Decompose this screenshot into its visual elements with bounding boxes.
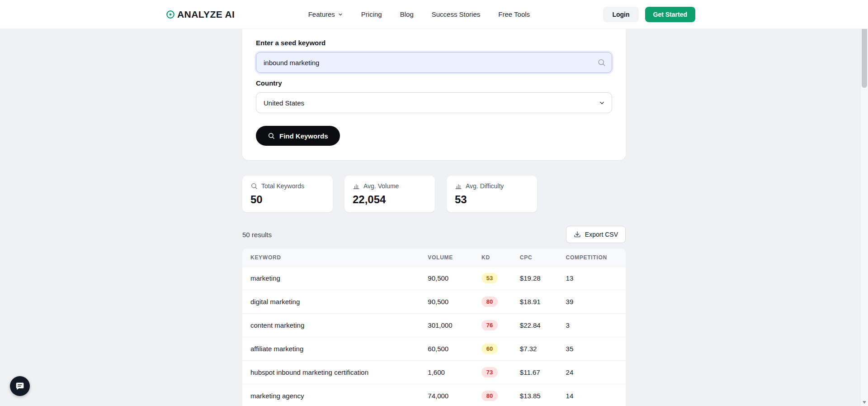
keyword-cell: hubspot inbound marketing certification (242, 361, 420, 384)
export-csv-button[interactable]: Export CSV (566, 226, 626, 243)
nav-links: Features Pricing Blog Success Stories Fr… (308, 10, 530, 18)
chevron-down-icon (338, 12, 343, 17)
results-count: 50 results (242, 231, 272, 239)
keyword-cell: affiliate marketing (242, 337, 420, 361)
table-row[interactable]: marketing agency 74,000 80 $13.85 14 (242, 384, 626, 406)
kd-badge: 53 (481, 273, 498, 283)
country-label: Country (256, 79, 612, 87)
volume-cell: 74,000 (420, 384, 474, 406)
keyword-search-panel: Enter a seed keyword Country United Stat… (242, 29, 626, 160)
logo[interactable]: ANALYZE AI (165, 9, 235, 20)
table-row[interactable]: marketing 90,500 53 $19.28 13 (242, 267, 626, 290)
search-icon (597, 58, 606, 67)
nav-actions: Login Get Started (603, 7, 695, 22)
column-header-kd: KD (474, 248, 513, 267)
competition-cell: 39 (559, 290, 626, 314)
logo-text: ANALYZE AI (177, 9, 235, 20)
table-row[interactable]: affiliate marketing 60,500 60 $7.32 35 (242, 337, 626, 361)
nav-link-pricing-label: Pricing (361, 10, 382, 18)
stat-label: Total Keywords (261, 182, 304, 190)
volume-cell: 301,000 (420, 314, 474, 337)
stat-card-avg-volume: Avg. Volume 22,054 (344, 176, 435, 212)
export-csv-label: Export CSV (585, 231, 618, 238)
stat-card-avg-difficulty: Avg. Difficulty 53 (447, 176, 537, 212)
cpc-cell: $18.91 (513, 290, 559, 314)
volume-cell: 1,600 (420, 361, 474, 384)
stats-row: Total Keywords 50 Avg. Volume 22,054 Avg… (242, 176, 626, 212)
search-icon (250, 182, 258, 190)
column-header-volume: VOLUME (420, 248, 474, 267)
keywords-table: KEYWORD VOLUME KD CPC COMPETITION market… (242, 248, 626, 406)
navbar: ANALYZE AI Features Pricing Blog Success… (0, 0, 868, 29)
scrollbar[interactable] (860, 0, 868, 406)
nav-link-success-stories-label: Success Stories (432, 10, 481, 18)
nav-link-blog-label: Blog (400, 10, 414, 18)
volume-cell: 90,500 (420, 267, 474, 290)
stat-value: 22,054 (353, 193, 427, 206)
search-icon (268, 132, 275, 139)
nav-link-features[interactable]: Features (308, 10, 343, 18)
chat-launcher-button[interactable] (10, 376, 30, 396)
table-header-row: KEYWORD VOLUME KD CPC COMPETITION (242, 248, 626, 267)
find-keywords-label: Find Keywords (279, 132, 328, 140)
results-bar: 50 results Export CSV (242, 226, 626, 243)
competition-cell: 3 (559, 314, 626, 337)
column-header-keyword: KEYWORD (242, 248, 420, 267)
competition-cell: 35 (559, 337, 626, 361)
seed-keyword-label: Enter a seed keyword (256, 39, 612, 47)
column-header-competition: COMPETITION (559, 248, 626, 267)
volume-cell: 60,500 (420, 337, 474, 361)
nav-link-success-stories[interactable]: Success Stories (432, 10, 481, 18)
stat-label: Avg. Volume (363, 182, 399, 190)
chevron-down-icon (599, 100, 605, 106)
cpc-cell: $11.67 (513, 361, 559, 384)
nav-link-free-tools-label: Free Tools (498, 10, 530, 18)
table-row[interactable]: digital marketing 90,500 80 $18.91 39 (242, 290, 626, 314)
bar-chart-icon (353, 182, 360, 190)
country-select[interactable]: United States (256, 92, 612, 113)
cpc-cell: $13.85 (513, 384, 559, 406)
nav-link-features-label: Features (308, 10, 335, 18)
stat-value: 50 (250, 193, 325, 206)
stat-label: Avg. Difficulty (466, 182, 504, 190)
kd-badge: 80 (481, 296, 498, 307)
nav-link-free-tools[interactable]: Free Tools (498, 10, 530, 18)
cpc-cell: $19.28 (513, 267, 559, 290)
table-row[interactable]: content marketing 301,000 76 $22.84 3 (242, 314, 626, 337)
scrollbar-down-button[interactable] (861, 398, 868, 406)
kd-badge: 60 (481, 344, 498, 354)
seed-keyword-input[interactable] (256, 52, 612, 73)
stat-card-total-keywords: Total Keywords 50 (242, 176, 333, 212)
keyword-cell: marketing agency (242, 384, 420, 406)
kd-badge: 76 (481, 320, 498, 330)
download-icon (574, 231, 581, 238)
keyword-cell: marketing (242, 267, 420, 290)
chat-icon (15, 382, 24, 391)
column-header-cpc: CPC (513, 248, 559, 267)
logo-icon (165, 10, 175, 19)
competition-cell: 13 (559, 267, 626, 290)
volume-cell: 90,500 (420, 290, 474, 314)
country-select-value: United States (264, 99, 304, 107)
find-keywords-button[interactable]: Find Keywords (256, 126, 340, 146)
scroll-down-icon (863, 401, 866, 404)
stat-value: 53 (455, 193, 529, 206)
kd-badge: 73 (481, 367, 498, 377)
kd-badge: 80 (481, 391, 498, 401)
keyword-cell: content marketing (242, 314, 420, 337)
cpc-cell: $22.84 (513, 314, 559, 337)
main-content: Enter a seed keyword Country United Stat… (242, 29, 626, 406)
bar-chart-icon (455, 182, 462, 190)
competition-cell: 14 (559, 384, 626, 406)
login-button[interactable]: Login (603, 7, 638, 22)
table-row[interactable]: hubspot inbound marketing certification … (242, 361, 626, 384)
competition-cell: 24 (559, 361, 626, 384)
nav-link-blog[interactable]: Blog (400, 10, 414, 18)
get-started-button[interactable]: Get Started (645, 7, 695, 22)
keyword-cell: digital marketing (242, 290, 420, 314)
nav-link-pricing[interactable]: Pricing (361, 10, 382, 18)
cpc-cell: $7.32 (513, 337, 559, 361)
